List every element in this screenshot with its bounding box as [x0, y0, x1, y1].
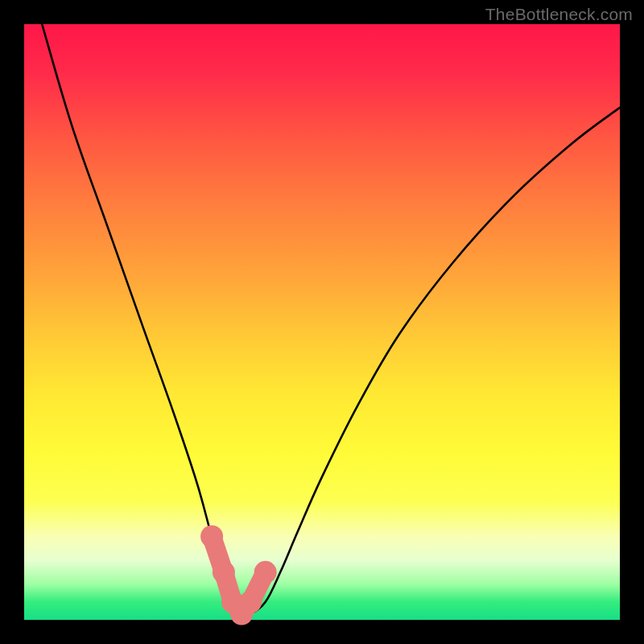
- bottleneck-curve: [42, 24, 620, 616]
- chart-svg: [0, 0, 644, 644]
- chart-curve-group: [42, 24, 620, 625]
- optimal-zone-dot: [239, 591, 262, 613]
- watermark-text: TheBottleneck.com: [485, 5, 633, 24]
- optimal-zone-dot: [200, 525, 223, 547]
- optimal-zone-dot: [213, 561, 235, 584]
- optimal-zone-dot: [254, 561, 277, 584]
- optimal-zone-dots: [200, 525, 277, 625]
